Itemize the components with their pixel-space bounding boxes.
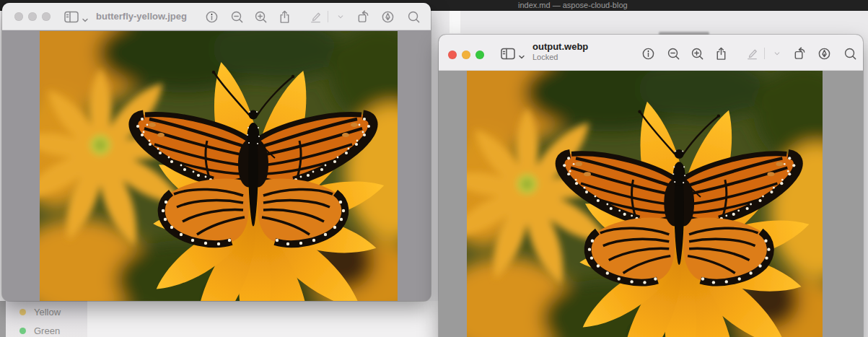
rotate-icon[interactable] — [792, 45, 807, 61]
yellow-tag-dot — [19, 309, 26, 315]
minimize-button[interactable] — [28, 12, 37, 21]
butterfly-yellow-image — [40, 31, 398, 301]
markup-pencil-icon[interactable] — [307, 9, 323, 25]
right-window-locked-badge: Locked — [532, 53, 558, 61]
minimize-button[interactable] — [462, 51, 470, 59]
zoom-in-icon[interactable] — [689, 45, 705, 61]
preview-window-right: output.webp Locked — [439, 35, 863, 337]
desktop-strip — [0, 301, 6, 337]
search-icon[interactable] — [842, 45, 858, 61]
sidebar-toggle-icon[interactable] — [64, 11, 79, 23]
zoom-button[interactable] — [42, 12, 51, 21]
zoom-out-icon[interactable] — [665, 45, 681, 61]
sidebar-toggle-icon[interactable] — [501, 48, 515, 60]
tag-label: Green — [34, 325, 60, 336]
right-window-title: output.webp — [532, 41, 588, 52]
zoom-in-icon[interactable] — [253, 9, 268, 25]
markup-options-chevron-icon[interactable] — [769, 45, 785, 61]
close-button[interactable] — [448, 51, 457, 59]
preview-window-left: butterfly-yellow.jpeg — [2, 3, 431, 301]
output-webp-image — [467, 71, 823, 337]
tag-label: Yellow — [34, 307, 61, 318]
markup-options-chevron-icon[interactable] — [333, 9, 348, 25]
left-window-title: butterfly-yellow.jpeg — [96, 3, 187, 30]
chevron-down-icon[interactable] — [518, 51, 525, 58]
search-icon[interactable] — [405, 9, 421, 25]
tag-row-yellow[interactable]: Yellow — [6, 304, 87, 320]
chevron-down-icon[interactable] — [82, 14, 89, 21]
info-icon[interactable] — [640, 45, 656, 61]
green-tag-dot — [19, 328, 26, 334]
left-window-titlebar[interactable]: butterfly-yellow.jpeg — [2, 3, 431, 30]
toolbar-divider — [764, 48, 765, 59]
annotate-icon[interactable] — [816, 45, 832, 61]
background-window-edge-highlight — [450, 11, 460, 33]
share-icon[interactable] — [713, 45, 729, 61]
info-icon[interactable] — [203, 9, 219, 25]
right-window-canvas — [439, 71, 863, 337]
bottom-content-panel — [87, 301, 439, 337]
markup-pencil-icon[interactable] — [744, 45, 760, 61]
close-button[interactable] — [14, 12, 23, 21]
left-window-canvas — [2, 30, 431, 301]
zoom-out-icon[interactable] — [229, 9, 245, 25]
desktop: index.md — aspose-cloud-blog Yellow Gree… — [0, 0, 868, 337]
annotate-icon[interactable] — [380, 9, 395, 25]
share-icon[interactable] — [276, 9, 292, 25]
background-window-title: index.md — aspose-cloud-blog — [518, 1, 628, 9]
toolbar-divider — [328, 11, 328, 22]
tag-row-green[interactable]: Green — [6, 323, 87, 337]
zoom-button[interactable] — [475, 51, 484, 59]
right-window-titlebar[interactable]: output.webp Locked — [439, 35, 863, 71]
rotate-icon[interactable] — [355, 9, 371, 25]
tags-sidebar: Yellow Green — [6, 301, 87, 337]
